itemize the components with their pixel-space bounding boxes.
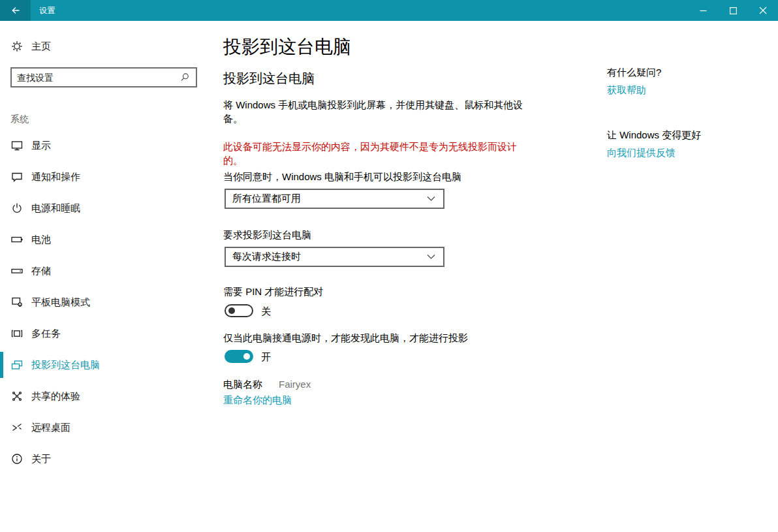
ask-label: 要求投影到这台电脑 xyxy=(223,229,311,242)
power-discovery-label: 仅当此电脑接通电源时，才能发现此电脑，才能进行投影 xyxy=(223,332,468,345)
description-text: 将 Windows 手机或电脑投影到此屏幕，并使用其键盘、鼠标和其他设备。 xyxy=(223,98,525,125)
maximize-button[interactable] xyxy=(718,0,748,21)
main-content: 投影到这台电脑 投影到这台电脑 将 Windows 手机或电脑投影到此屏幕，并使… xyxy=(0,21,778,532)
improve-windows-title: 让 Windows 变得更好 xyxy=(607,129,701,142)
power-discovery-toggle-state: 开 xyxy=(261,351,271,364)
back-button[interactable] xyxy=(0,0,31,21)
titlebar: 设置 xyxy=(0,0,778,21)
consent-label: 当你同意时，Windows 电脑和手机可以投影到这台电脑 xyxy=(223,171,461,183)
help-question-title: 有什么疑问? xyxy=(607,67,661,79)
ask-dropdown[interactable]: 每次请求连接时 xyxy=(225,247,444,267)
availability-dropdown-value: 所有位置都可用 xyxy=(226,193,427,205)
toggle-knob xyxy=(228,307,235,314)
close-button[interactable] xyxy=(748,0,778,21)
minimize-icon xyxy=(700,7,707,14)
pin-toggle-state: 关 xyxy=(261,305,271,318)
section-title: 投影到这台电脑 xyxy=(223,70,315,87)
settings-window: 设置 主页 xyxy=(0,0,778,532)
chevron-down-icon xyxy=(427,254,435,260)
maximize-icon xyxy=(730,7,737,14)
close-icon xyxy=(759,7,767,14)
window-title: 设置 xyxy=(39,5,55,16)
toggle-knob xyxy=(243,353,250,360)
feedback-link[interactable]: 向我们提供反馈 xyxy=(607,147,676,159)
back-arrow-icon xyxy=(10,5,21,16)
rename-pc-link[interactable]: 重命名你的电脑 xyxy=(223,394,292,407)
window-controls xyxy=(688,0,778,21)
availability-dropdown[interactable]: 所有位置都可用 xyxy=(225,189,444,209)
pc-name-label: 电脑名称 xyxy=(223,379,262,391)
minimize-button[interactable] xyxy=(688,0,718,21)
power-discovery-toggle[interactable] xyxy=(225,350,253,363)
hardware-warning-text: 此设备可能无法显示你的内容，因为其硬件不是专为无线投影而设计的。 xyxy=(223,140,525,167)
chevron-down-icon xyxy=(427,196,435,202)
pin-toggle[interactable] xyxy=(225,304,253,317)
pin-label: 需要 PIN 才能进行配对 xyxy=(223,286,323,298)
get-help-link[interactable]: 获取帮助 xyxy=(607,84,646,97)
page-title: 投影到这台电脑 xyxy=(223,35,351,59)
pc-name-value: Fairyex xyxy=(279,379,311,390)
ask-dropdown-value: 每次请求连接时 xyxy=(226,251,427,263)
